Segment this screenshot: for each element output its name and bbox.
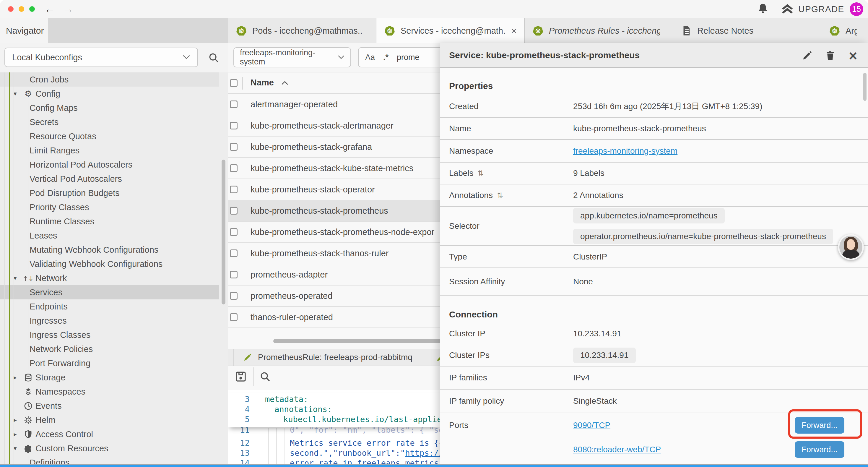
sidebar-item[interactable]: Validating Webhook Configurations	[0, 257, 219, 271]
sidebar-item[interactable]: Leases	[0, 229, 219, 243]
row-checkbox[interactable]	[230, 271, 238, 279]
app-tab[interactable]: Prometheus Rules - icecheng...	[525, 18, 673, 43]
sidebar-item[interactable]: Config Maps	[0, 101, 219, 115]
tab-navigator[interactable]: Navigator	[0, 18, 48, 43]
sidebar-item[interactable]: Cron Jobs	[0, 72, 219, 87]
row-checkbox[interactable]	[230, 143, 238, 151]
edit-pencil-icon[interactable]	[802, 50, 812, 61]
editor-search-icon[interactable]	[259, 371, 271, 382]
port-link[interactable]: 9090/TCP	[573, 420, 610, 430]
drawer-scrollbar[interactable]	[863, 73, 867, 101]
regex-toggle[interactable]: .*	[383, 53, 389, 62]
row-checkbox[interactable]	[230, 100, 238, 108]
tab-close-icon[interactable]: ×	[511, 25, 517, 36]
table-row[interactable]: kube-prometheus-stack-kube-state-metrics	[228, 158, 440, 179]
sidebar-item[interactable]: Namespaces	[0, 384, 219, 399]
sidebar-item[interactable]: Network Policies	[0, 342, 219, 356]
sort-ascending-icon[interactable]	[281, 80, 288, 85]
sidebar-item[interactable]: Limit Ranges	[0, 143, 219, 157]
sidebar-item[interactable]: Priority Classes	[0, 200, 219, 214]
app-tab[interactable]: Pods - icecheng@mathmas...	[228, 18, 376, 43]
app-tab[interactable]: Services - icecheng@math... ×	[376, 18, 525, 43]
tree-chevron-icon[interactable]: ▾	[13, 445, 24, 452]
row-checkbox[interactable]	[230, 207, 238, 214]
presenter-avatar[interactable]	[838, 234, 864, 260]
table-row[interactable]: kube-prometheus-stack-prometheus	[228, 200, 440, 222]
kubeconfig-selector[interactable]: Local Kubeconfigs	[4, 48, 198, 67]
tree-chevron-icon[interactable]: ▸	[13, 431, 24, 438]
sidebar-item[interactable]: Endpoints	[0, 299, 219, 314]
save-icon[interactable]	[235, 370, 247, 383]
table-row[interactable]: thanos-ruler-operated	[228, 307, 440, 328]
notifications-bell-icon[interactable]	[756, 3, 769, 16]
sidebar-item[interactable]: ▾ Network	[0, 271, 219, 285]
sidebar-item[interactable]: Resource Quotas	[0, 129, 219, 143]
sidebar-item[interactable]: Ingresses	[0, 314, 219, 328]
sidebar-item[interactable]: Definitions	[0, 456, 219, 465]
sidebar-item[interactable]: Runtime Classes	[0, 214, 219, 229]
expand-sort-icon[interactable]: ⇅	[497, 191, 503, 200]
sidebar-item[interactable]: ▾ Custom Resources	[0, 441, 219, 456]
row-checkbox[interactable]	[230, 313, 238, 321]
sidebar-search-icon[interactable]	[208, 52, 219, 63]
table-row[interactable]: prometheus-operated	[228, 286, 440, 307]
code-link[interactable]: https://net	[405, 448, 440, 458]
close-icon[interactable]: ×	[848, 50, 858, 61]
delete-trash-icon[interactable]	[825, 50, 836, 61]
port-link[interactable]: 8080:reloader-web/TCP	[573, 445, 661, 454]
sidebar-item[interactable]: Port Forwarding	[0, 356, 219, 370]
property-value[interactable]: 9 Labels	[573, 169, 604, 178]
editor-tab[interactable]: PrometheusRule: freeleaps-prod-rabbitmq	[234, 349, 432, 366]
sidebar-item[interactable]: Horizontal Pod Autoscalers	[0, 157, 219, 172]
sidebar-item[interactable]: ▸ Helm	[0, 413, 219, 427]
sidebar-item[interactable]: Events	[0, 399, 219, 413]
row-checkbox[interactable]	[230, 228, 238, 236]
tree-chevron-icon[interactable]: ▾	[13, 90, 24, 97]
select-all-checkbox[interactable]	[230, 79, 238, 87]
sidebar-item[interactable]: Mutating Webhook Configurations	[0, 243, 219, 257]
expand-sort-icon[interactable]: ⇅	[478, 169, 484, 177]
upgrade-button[interactable]: UPGRADE	[780, 0, 844, 18]
row-checkbox[interactable]	[230, 250, 238, 257]
sidebar-item[interactable]: Ingress Classes	[0, 328, 219, 342]
sidebar-item[interactable]: ▾ Config	[0, 87, 219, 101]
row-checkbox[interactable]	[230, 122, 238, 129]
app-tab[interactable]: Release Notes	[673, 18, 821, 43]
tree-chevron-icon[interactable]: ▾	[13, 274, 24, 282]
window-close-button[interactable]	[8, 6, 13, 12]
back-button[interactable]: ←	[44, 2, 55, 17]
edit-pencil-icon[interactable]	[436, 353, 440, 362]
forward-button[interactable]: Forward...	[795, 441, 844, 458]
sidebar-item[interactable]: Services	[0, 285, 219, 299]
row-checkbox[interactable]	[230, 185, 238, 193]
horizontal-scrollbar[interactable]	[273, 339, 440, 343]
forward-button[interactable]: →	[63, 2, 73, 17]
resource-search-input[interactable]: Aa .* prome	[358, 47, 440, 67]
window-zoom-button[interactable]	[29, 6, 35, 12]
yaml-editor[interactable]: 11 0", "for": "nm", "labels": { "service…	[228, 390, 440, 465]
tree-chevron-icon[interactable]: ▸	[13, 416, 24, 424]
namespace-link[interactable]: freeleaps-monitoring-system	[573, 146, 677, 156]
row-checkbox[interactable]	[230, 292, 238, 300]
table-row[interactable]: alertmanager-operated	[228, 94, 440, 115]
sidebar-item[interactable]: ▸ Access Control	[0, 427, 219, 441]
window-minimize-button[interactable]	[19, 6, 24, 12]
table-row[interactable]: kube-prometheus-stack-thanos-ruler	[228, 243, 440, 264]
property-value[interactable]: 2 Annotations	[573, 191, 623, 200]
row-checkbox[interactable]	[230, 164, 238, 172]
table-row[interactable]: kube-prometheus-stack-operator	[228, 179, 440, 200]
notification-count-badge[interactable]: 15	[850, 2, 863, 16]
table-row[interactable]: kube-prometheus-stack-grafana	[228, 137, 440, 158]
sidebar-item[interactable]: Secrets	[0, 115, 219, 129]
sidebar-item[interactable]: Vertical Pod Autoscalers	[0, 172, 219, 186]
app-tab[interactable]: Argo Se	[821, 18, 868, 43]
table-row[interactable]: kube-prometheus-stack-alertmanager	[228, 115, 440, 137]
tree-chevron-icon[interactable]: ▸	[13, 374, 24, 381]
sidebar-item[interactable]: ▸ Storage	[0, 370, 219, 384]
sidebar-item[interactable]: Pod Disruption Budgets	[0, 186, 219, 200]
table-row[interactable]: prometheus-adapter	[228, 264, 440, 286]
namespace-filter-select[interactable]: freeleaps-monitoring-system	[234, 47, 351, 67]
match-case-toggle[interactable]: Aa	[365, 53, 375, 62]
name-column-header[interactable]: Name	[251, 78, 274, 87]
table-row[interactable]: kube-prometheus-stack-prometheus-node-ex…	[228, 222, 440, 243]
